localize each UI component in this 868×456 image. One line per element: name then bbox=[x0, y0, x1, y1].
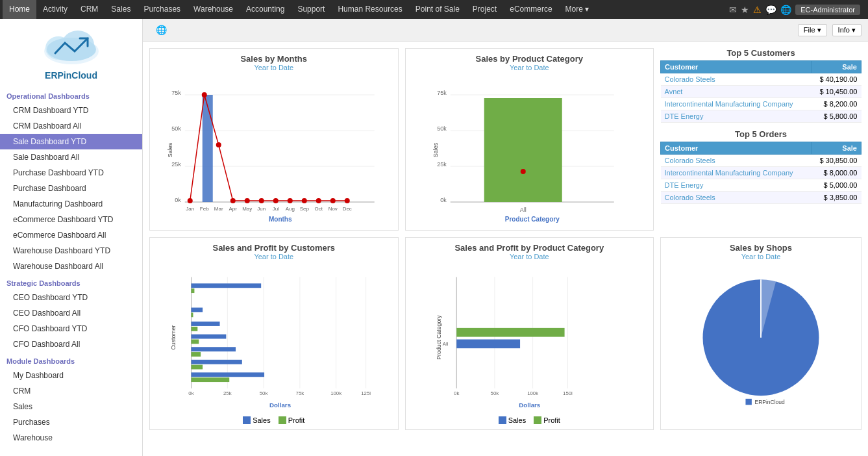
profit-dot2 bbox=[534, 416, 541, 424]
operational-section-title: Operational Dashboards bbox=[0, 87, 142, 103]
sp-customers-subtitle: Year to Date bbox=[155, 253, 393, 260]
file-button[interactable]: File ▾ bbox=[798, 24, 827, 36]
svg-rect-79 bbox=[192, 377, 230, 382]
svg-text:Nov: Nov bbox=[329, 206, 338, 212]
svg-text:0k: 0k bbox=[454, 390, 459, 396]
svg-text:125l: 125l bbox=[361, 390, 371, 396]
svg-rect-78 bbox=[192, 372, 265, 377]
sidebar-ceo-all[interactable]: CEO Dashboard All bbox=[0, 305, 142, 321]
sale-cell: $ 30,850.00 bbox=[811, 155, 861, 167]
sidebar-crm-ytd[interactable]: CRM Dashboard YTD bbox=[0, 103, 142, 118]
nav-pos[interactable]: Point of Sale bbox=[409, 0, 466, 19]
sp-customers-title: Sales and Profit by Customers bbox=[155, 243, 393, 253]
strategic-section-title: Strategic Dashboards bbox=[0, 274, 142, 290]
nav-support[interactable]: Support bbox=[291, 0, 331, 19]
customer-cell: DTE Energy bbox=[661, 179, 812, 192]
svg-text:0k: 0k bbox=[440, 197, 447, 203]
svg-rect-76 bbox=[192, 360, 242, 364]
nav-sales[interactable]: Sales bbox=[105, 0, 137, 19]
svg-text:100k: 100k bbox=[330, 390, 341, 396]
svg-text:Dollars: Dollars bbox=[519, 401, 541, 409]
logo-area: ERPinCloud bbox=[0, 19, 142, 87]
sp-category-svg: Product Category 0k 50k 100k 150l bbox=[411, 264, 649, 414]
star-icon[interactable]: ★ bbox=[741, 5, 749, 15]
sales-legend-label: Sales bbox=[253, 416, 271, 424]
sidebar-module-warehouse[interactable]: Warehouse bbox=[0, 430, 142, 446]
sales-profit-category-chart: Sales and Profit by Product Category Yea… bbox=[405, 237, 654, 430]
customer-cell: DTE Energy bbox=[661, 110, 812, 123]
sale-cell: $ 5,800.00 bbox=[811, 110, 861, 123]
chat-icon[interactable]: 💬 bbox=[765, 5, 776, 15]
svg-rect-68 bbox=[192, 308, 203, 312]
svg-point-17 bbox=[216, 142, 221, 147]
nav-warehouse[interactable]: Warehouse bbox=[187, 0, 240, 19]
nav-activity[interactable]: Activity bbox=[36, 0, 74, 19]
svg-rect-66 bbox=[192, 283, 262, 288]
table-row: Colorado Steels$ 3,850.00 bbox=[661, 192, 862, 204]
globe-icon[interactable]: 🌐 bbox=[780, 5, 791, 15]
svg-point-16 bbox=[202, 92, 207, 97]
toolbar: 🌐 File ▾ Info ▾ bbox=[143, 19, 868, 42]
nav-project[interactable]: Project bbox=[466, 0, 503, 19]
svg-rect-73 bbox=[192, 339, 199, 344]
nav-hr[interactable]: Human Resources bbox=[331, 0, 408, 19]
top5-section: Top 5 Customers Customer Sale Colorado S… bbox=[660, 48, 862, 231]
svg-text:50k: 50k bbox=[260, 390, 268, 396]
nav-home[interactable]: Home bbox=[3, 0, 36, 19]
top5-customers-box: Top 5 Customers Customer Sale Colorado S… bbox=[660, 48, 862, 123]
sp-category-title: Sales and Profit by Product Category bbox=[411, 243, 649, 253]
sidebar-module-sales[interactable]: Sales bbox=[0, 399, 142, 414]
svg-rect-49 bbox=[484, 98, 562, 202]
sidebar-warehouse-ytd[interactable]: Warehouse Dashboard YTD bbox=[0, 243, 142, 259]
sidebar-purchase-ytd[interactable]: Purchase Dashboard YTD bbox=[0, 165, 142, 181]
sidebar-my-dashboard[interactable]: My Dashboard bbox=[0, 368, 142, 383]
nav-accounting[interactable]: Accounting bbox=[240, 0, 291, 19]
svg-text:50k: 50k bbox=[490, 390, 499, 396]
sidebar-module-crm[interactable]: CRM bbox=[0, 383, 142, 399]
sidebar-cfo-ytd[interactable]: CFO Dashboard YTD bbox=[0, 321, 142, 336]
sales-legend-item2: Sales bbox=[499, 416, 527, 424]
col-sale: Sale bbox=[811, 61, 861, 73]
col-customer-orders: Customer bbox=[661, 142, 812, 155]
profit-legend-label: Profit bbox=[288, 416, 305, 424]
svg-rect-77 bbox=[192, 365, 203, 370]
sidebar-module-purchases[interactable]: Purchases bbox=[0, 414, 142, 430]
sales-label2: Sales bbox=[508, 416, 527, 424]
nav-ecommerce[interactable]: eCommerce bbox=[503, 0, 558, 19]
svg-text:150l: 150l bbox=[563, 390, 573, 396]
col-customer: Customer bbox=[661, 61, 812, 73]
sidebar-ecommerce-ytd[interactable]: eCommerce Dashboard YTD bbox=[0, 212, 142, 227]
sidebar-warehouse-all[interactable]: Warehouse Dashboard All bbox=[0, 259, 142, 274]
sidebar-purchase-all[interactable]: Purchase Dashboard bbox=[0, 181, 142, 196]
alert-icon[interactable]: ⚠ bbox=[753, 5, 762, 15]
svg-text:All: All bbox=[519, 207, 526, 213]
col-sale-orders: Sale bbox=[811, 142, 861, 155]
svg-text:100k: 100k bbox=[527, 390, 538, 396]
svg-rect-91 bbox=[456, 339, 520, 348]
sidebar-ceo-ytd[interactable]: CEO Dashboard YTD bbox=[0, 290, 142, 305]
sidebar-sale-ytd[interactable]: Sale Dashboard YTD bbox=[0, 134, 142, 149]
profit-label2: Profit bbox=[543, 416, 560, 424]
sidebar-crm-all[interactable]: CRM Dashboard All bbox=[0, 118, 142, 134]
svg-text:Product Category: Product Category bbox=[435, 315, 441, 360]
svg-text:Feb: Feb bbox=[200, 206, 209, 212]
sales-by-months-chart: Sales by Months Year to Date 75k 50k 25k… bbox=[149, 48, 399, 231]
user-menu[interactable]: EC-Administrator bbox=[795, 5, 860, 15]
sidebar-sale-all[interactable]: Sale Dashboard All bbox=[0, 149, 142, 165]
sidebar-manufacturing[interactable]: Manufacturing Dashboard bbox=[0, 196, 142, 212]
sales-color-dot bbox=[243, 416, 251, 424]
nav-crm[interactable]: CRM bbox=[74, 0, 105, 19]
charts-row-1: Sales by Months Year to Date 75k 50k 25k… bbox=[149, 48, 862, 231]
email-icon[interactable]: ✉ bbox=[729, 5, 737, 15]
nav-purchases[interactable]: Purchases bbox=[137, 0, 187, 19]
globe-small-icon[interactable]: 🌐 bbox=[156, 25, 167, 35]
sales-category-svg: 75k 50k 25k 0k Sales Al bbox=[411, 75, 649, 225]
sidebar-ecommerce-all[interactable]: eCommerce Dashboard All bbox=[0, 227, 142, 243]
sales-months-subtitle: Year to Date bbox=[155, 64, 393, 71]
main-content: 🌐 File ▾ Info ▾ Sales by Months Year to … bbox=[143, 19, 868, 456]
nav-more[interactable]: More ▾ bbox=[559, 0, 596, 19]
info-button[interactable]: Info ▾ bbox=[832, 24, 862, 36]
sidebar-cfo-all[interactable]: CFO Dashboard All bbox=[0, 336, 142, 352]
svg-point-22 bbox=[288, 198, 293, 203]
svg-text:75k: 75k bbox=[171, 90, 181, 96]
